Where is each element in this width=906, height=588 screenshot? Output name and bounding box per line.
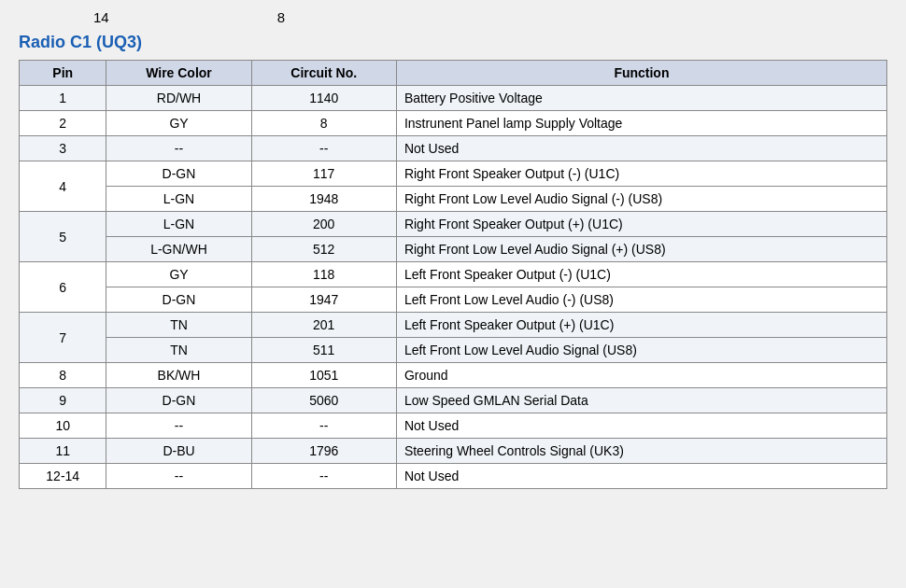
cell-pin: 6 [20, 262, 106, 313]
cell-circuit: 512 [251, 237, 396, 262]
table-row: 11D-BU1796Steering Wheel Controls Signal… [20, 439, 887, 464]
cell-pin: 7 [20, 313, 106, 363]
header-function: Function [396, 61, 886, 86]
cell-pin: 8 [20, 363, 106, 388]
header-circuit-no: Circuit No. [251, 61, 396, 86]
cell-function: Not Used [396, 464, 886, 489]
header-pin: Pin [20, 61, 106, 86]
cell-circuit: 1051 [251, 363, 396, 388]
table-row: 12-14----Not Used [20, 464, 887, 489]
section-title: Radio C1 (UQ3) [19, 33, 887, 52]
table-row: D-GN1947Left Front Low Level Audio (-) (… [20, 287, 887, 313]
connector-table: Pin Wire Color Circuit No. Function 1RD/… [19, 60, 887, 489]
cell-function: Left Front Speaker Output (+) (U1C) [396, 313, 886, 338]
cell-circuit: 1948 [251, 187, 396, 212]
cell-wire: D-GN [106, 287, 251, 313]
cell-circuit: 1140 [251, 86, 396, 111]
table-row: TN511Left Front Low Level Audio Signal (… [20, 338, 887, 363]
cell-circuit: 1796 [251, 439, 396, 464]
cell-wire: TN [106, 338, 251, 363]
cell-wire: D-BU [106, 439, 251, 464]
table-row: 2GY8Instrunent Panel lamp Supply Voltage [20, 111, 887, 136]
cell-function: Low Speed GMLAN Serial Data [396, 388, 886, 413]
cell-pin: 4 [20, 161, 106, 212]
cell-wire: GY [106, 111, 251, 136]
table-row: L-GN/WH512Right Front Low Level Audio Si… [20, 237, 887, 262]
cell-function: Instrunent Panel lamp Supply Voltage [396, 111, 886, 136]
cell-circuit: 200 [251, 212, 396, 237]
cell-function: Steering Wheel Controls Signal (UK3) [396, 439, 886, 464]
table-row: 1RD/WH1140Battery Positive Voltage [20, 86, 887, 111]
cell-circuit: 1947 [251, 287, 396, 313]
table-row: 6GY118Left Front Speaker Output (-) (U1C… [20, 262, 887, 287]
cell-wire: BK/WH [106, 363, 251, 388]
cell-wire: RD/WH [106, 86, 251, 111]
cell-pin: 9 [20, 388, 106, 413]
table-row: 3----Not Used [20, 136, 887, 161]
cell-pin: 3 [20, 136, 106, 161]
cell-wire: GY [106, 262, 251, 287]
cell-function: Not Used [396, 136, 886, 161]
top-numbers: 14 8 [19, 9, 887, 25]
table-row: 5L-GN200Right Front Speaker Output (+) (… [20, 212, 887, 237]
cell-function: Right Front Speaker Output (+) (U1C) [396, 212, 886, 237]
cell-wire: D-GN [106, 388, 251, 413]
cell-circuit: 118 [251, 262, 396, 287]
cell-function: Not Used [396, 413, 886, 439]
cell-circuit: 511 [251, 338, 396, 363]
cell-pin: 10 [20, 413, 106, 439]
table-row: 4D-GN117Right Front Speaker Output (-) (… [20, 161, 887, 187]
table-row: 7TN201Left Front Speaker Output (+) (U1C… [20, 313, 887, 338]
cell-circuit: 117 [251, 161, 396, 187]
cell-function: Left Front Low Level Audio Signal (US8) [396, 338, 886, 363]
cell-circuit: 5060 [251, 388, 396, 413]
cell-wire: D-GN [106, 161, 251, 187]
cell-pin: 1 [20, 86, 106, 111]
cell-function: Left Front Low Level Audio (-) (US8) [396, 287, 886, 313]
cell-pin: 5 [20, 212, 106, 262]
cell-function: Ground [396, 363, 886, 388]
top-number-8: 8 [277, 9, 285, 25]
cell-pin: 11 [20, 439, 106, 464]
cell-wire: TN [106, 313, 251, 338]
cell-wire: L-GN/WH [106, 237, 251, 262]
cell-function: Left Front Speaker Output (-) (U1C) [396, 262, 886, 287]
cell-wire: -- [106, 136, 251, 161]
cell-wire: -- [106, 413, 251, 439]
cell-circuit: -- [251, 464, 396, 489]
cell-circuit: -- [251, 413, 396, 439]
cell-wire: L-GN [106, 212, 251, 237]
cell-function: Right Front Low Level Audio Signal (-) (… [396, 187, 886, 212]
cell-function: Battery Positive Voltage [396, 86, 886, 111]
table-row: L-GN1948Right Front Low Level Audio Sign… [20, 187, 887, 212]
header-wire-color: Wire Color [106, 61, 251, 86]
top-number-14: 14 [93, 9, 109, 25]
cell-pin: 12-14 [20, 464, 106, 489]
table-row: 9D-GN5060Low Speed GMLAN Serial Data [20, 388, 887, 413]
table-row: 8BK/WH1051Ground [20, 363, 887, 388]
cell-wire: L-GN [106, 187, 251, 212]
table-row: 10----Not Used [20, 413, 887, 439]
cell-pin: 2 [20, 111, 106, 136]
cell-function: Right Front Low Level Audio Signal (+) (… [396, 237, 886, 262]
cell-circuit: 8 [251, 111, 396, 136]
cell-wire: -- [106, 464, 251, 489]
cell-circuit: -- [251, 136, 396, 161]
cell-function: Right Front Speaker Output (-) (U1C) [396, 161, 886, 187]
cell-circuit: 201 [251, 313, 396, 338]
